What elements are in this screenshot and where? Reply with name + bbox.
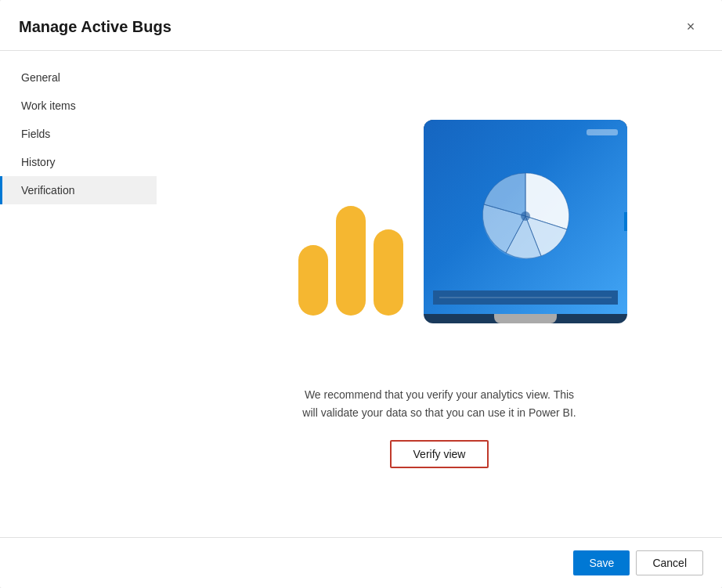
sidebar: General Work items Fields History Verifi… bbox=[0, 51, 157, 537]
main-content: We recommend that you verify your analyt… bbox=[157, 51, 722, 537]
sidebar-item-work-items[interactable]: Work items bbox=[0, 92, 157, 120]
verify-view-button[interactable]: Verify view bbox=[390, 440, 489, 468]
close-button[interactable]: × bbox=[678, 14, 703, 39]
tablet-toolbar-bar bbox=[587, 129, 618, 135]
tablet-side-accent bbox=[624, 212, 627, 231]
tablet-screen bbox=[424, 120, 627, 314]
tablet-stand bbox=[494, 314, 557, 323]
pie-chart-area bbox=[433, 142, 618, 290]
tablet-bottom-axis bbox=[433, 290, 618, 305]
manage-active-bugs-dialog: Manage Active Bugs × General Work items … bbox=[0, 0, 722, 588]
illustration bbox=[251, 112, 627, 363]
bar-chart-group bbox=[298, 206, 403, 316]
tablet-illustration bbox=[424, 120, 627, 323]
dialog-footer: Save Cancel bbox=[0, 537, 722, 588]
save-button[interactable]: Save bbox=[573, 550, 630, 575]
dialog-title: Manage Active Bugs bbox=[19, 18, 171, 36]
sidebar-item-verification[interactable]: Verification bbox=[0, 176, 157, 204]
description-text: We recommend that you verify your analyt… bbox=[298, 386, 580, 421]
bar-1 bbox=[298, 245, 328, 316]
dialog-body: General Work items Fields History Verifi… bbox=[0, 51, 722, 537]
sidebar-item-general[interactable]: General bbox=[0, 63, 157, 92]
bar-3 bbox=[374, 229, 403, 316]
bar-2 bbox=[336, 206, 366, 316]
dialog-header: Manage Active Bugs × bbox=[0, 0, 722, 51]
sidebar-item-history[interactable]: History bbox=[0, 148, 157, 176]
cancel-button[interactable]: Cancel bbox=[636, 550, 703, 575]
pie-chart-svg bbox=[475, 165, 576, 267]
sidebar-item-fields[interactable]: Fields bbox=[0, 120, 157, 148]
tablet-toolbar bbox=[433, 129, 618, 135]
